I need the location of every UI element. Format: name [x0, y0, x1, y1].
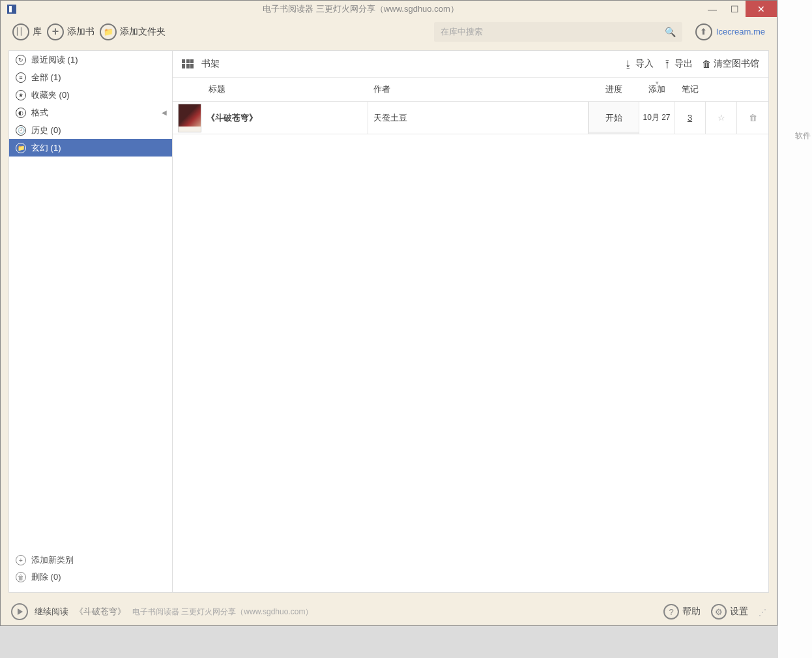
export-button[interactable]: ⭱导出	[663, 58, 693, 70]
sidebar-item-5[interactable]: 📁玄幻 (1)	[9, 139, 172, 157]
statusbar: 继续阅读 《斗破苍穹》 电子书阅读器 三更灯火网分享（www.sgdhuo.co…	[1, 598, 777, 625]
add-book-button[interactable]: 添加书	[47, 23, 94, 40]
background-strip: 软件	[777, 0, 812, 658]
titlebar[interactable]: 电子书阅读器 三更灯火网分享（www.sgdhuo.com） — ☐ ✕	[1, 1, 777, 17]
sidebar-item-1[interactable]: ≡全部 (1)	[9, 68, 172, 86]
account-button[interactable]: ⬆ Icecream.me	[695, 23, 765, 40]
add-category-button[interactable]: + 添加新类别	[16, 552, 166, 569]
bg-label: 软件	[795, 130, 811, 142]
trash-small-icon: 🗑	[16, 572, 26, 582]
sidebar-item-icon: 🕘	[16, 125, 26, 136]
account-link: Icecream.me	[716, 27, 765, 37]
delete-label: 删除 (0)	[31, 571, 61, 583]
help-label: 帮助	[682, 606, 701, 618]
favorite-button[interactable]: ☆	[706, 102, 737, 134]
col-added[interactable]: ▾添加	[639, 83, 674, 95]
main-area: ↻最近阅读 (1)≡全部 (1)★收藏夹 (0)◐格式◀🕘历史 (0)📁玄幻 (…	[1, 46, 777, 598]
library-button[interactable]: 库	[12, 23, 42, 40]
app-window: 电子书阅读器 三更灯火网分享（www.sgdhuo.com） — ☐ ✕ 库 添…	[0, 0, 777, 626]
sidebar-item-0[interactable]: ↻最近阅读 (1)	[9, 51, 172, 68]
clear-library-button[interactable]: 🗑清空图书馆	[702, 58, 759, 70]
plus-icon	[47, 23, 64, 40]
search-box[interactable]: 🔍	[434, 22, 682, 42]
account-icon: ⬆	[695, 23, 712, 40]
sidebar-item-2[interactable]: ★收藏夹 (0)	[9, 86, 172, 104]
export-label: 导出	[674, 58, 693, 70]
sidebar-item-icon: ≡	[16, 72, 26, 83]
column-headers: 标题 作者 进度 ▾添加 笔记	[173, 77, 768, 102]
shelf-label: 书架	[201, 58, 220, 70]
import-label: 导入	[635, 58, 654, 70]
gear-icon: ⚙	[711, 604, 727, 620]
add-folder-label: 添加文件夹	[120, 26, 166, 38]
chevron-left-icon: ◀	[162, 109, 167, 116]
window-controls: — ☐ ✕	[701, 1, 777, 17]
help-button[interactable]: ? 帮助	[663, 604, 701, 620]
app-icon	[7, 5, 16, 14]
book-cover[interactable]	[178, 104, 201, 132]
delete-button[interactable]: 🗑 删除 (0)	[16, 569, 166, 586]
add-book-label: 添加书	[67, 26, 94, 38]
window-title: 电子书阅读器 三更灯火网分享（www.sgdhuo.com）	[20, 3, 701, 15]
trash-icon: 🗑	[702, 59, 711, 69]
status-subtitle: 电子书阅读器 三更灯火网分享（www.sgdhuo.com）	[132, 606, 313, 618]
import-icon: ⭳	[624, 59, 633, 69]
settings-button[interactable]: ⚙ 设置	[711, 604, 748, 620]
sidebar-item-label: 全部 (1)	[31, 72, 61, 83]
import-button[interactable]: ⭳导入	[624, 58, 654, 70]
sidebar-footer: + 添加新类别 🗑 删除 (0)	[9, 548, 172, 592]
plus-small-icon: +	[16, 555, 26, 565]
book-row[interactable]: 《斗破苍穹》天蚕土豆开始10月 273☆🗑	[173, 102, 768, 134]
library-label: 库	[33, 26, 42, 38]
minimize-button[interactable]: —	[701, 1, 723, 17]
book-list: 《斗破苍穹》天蚕土豆开始10月 273☆🗑	[173, 102, 768, 134]
sidebar-item-label: 玄幻 (1)	[31, 142, 61, 154]
clear-label: 清空图书馆	[714, 58, 759, 70]
export-icon: ⭱	[663, 59, 672, 69]
delete-book-button[interactable]: 🗑	[737, 102, 768, 134]
content-panel: 书架 ⭳导入 ⭱导出 🗑清空图书馆 标题 作者 进度 ▾添加 笔记 《斗破苍穹》…	[173, 50, 769, 593]
book-author: 天蚕土豆	[368, 102, 588, 134]
sidebar-item-4[interactable]: 🕘历史 (0)	[9, 121, 172, 139]
main-toolbar: 库 添加书 添加文件夹 🔍 ⬆ Icecream.me	[1, 17, 777, 46]
col-author[interactable]: 作者	[368, 83, 588, 95]
sidebar-item-icon: ★	[16, 90, 26, 100]
sidebar-item-label: 格式	[31, 107, 48, 119]
col-title[interactable]: 标题	[173, 83, 368, 95]
close-button[interactable]: ✕	[746, 1, 777, 17]
sidebar-item-label: 最近阅读 (1)	[31, 54, 78, 66]
search-icon[interactable]: 🔍	[665, 27, 676, 37]
sidebar-item-label: 历史 (0)	[31, 125, 61, 136]
grid-view-icon[interactable]	[182, 59, 194, 68]
sidebar-item-icon: ◐	[16, 108, 26, 118]
col-progress[interactable]: 进度	[588, 83, 639, 95]
book-added-date: 10月 27	[639, 102, 674, 134]
resize-grip[interactable]: ⋰	[759, 608, 766, 616]
sidebar-item-3[interactable]: ◐格式◀	[9, 104, 172, 121]
progress-button[interactable]: 开始	[588, 102, 639, 134]
status-current-book: 《斗破苍穹》	[75, 606, 126, 618]
sidebar-item-icon: ↻	[16, 55, 26, 65]
settings-label: 设置	[730, 606, 748, 618]
sort-arrow-icon: ▾	[656, 80, 659, 86]
sidebar-list: ↻最近阅读 (1)≡全部 (1)★收藏夹 (0)◐格式◀🕘历史 (0)📁玄幻 (…	[9, 51, 172, 548]
sidebar: ↻最近阅读 (1)≡全部 (1)★收藏夹 (0)◐格式◀🕘历史 (0)📁玄幻 (…	[8, 50, 173, 593]
help-icon: ?	[663, 604, 679, 620]
add-category-label: 添加新类别	[31, 554, 74, 566]
book-notes-link[interactable]: 3	[674, 102, 706, 134]
sidebar-item-icon: 📁	[16, 143, 26, 153]
add-folder-button[interactable]: 添加文件夹	[100, 23, 166, 40]
book-title: 《斗破苍穹》	[201, 102, 368, 134]
search-input[interactable]	[441, 27, 665, 37]
library-icon	[12, 23, 29, 40]
maximize-button[interactable]: ☐	[723, 1, 746, 17]
continue-reading-button[interactable]	[11, 603, 28, 620]
folder-plus-icon	[100, 23, 117, 40]
content-header: 书架 ⭳导入 ⭱导出 🗑清空图书馆	[173, 51, 768, 77]
col-notes[interactable]: 笔记	[674, 83, 706, 95]
sidebar-item-label: 收藏夹 (0)	[31, 89, 70, 101]
continue-label: 继续阅读	[35, 606, 68, 618]
